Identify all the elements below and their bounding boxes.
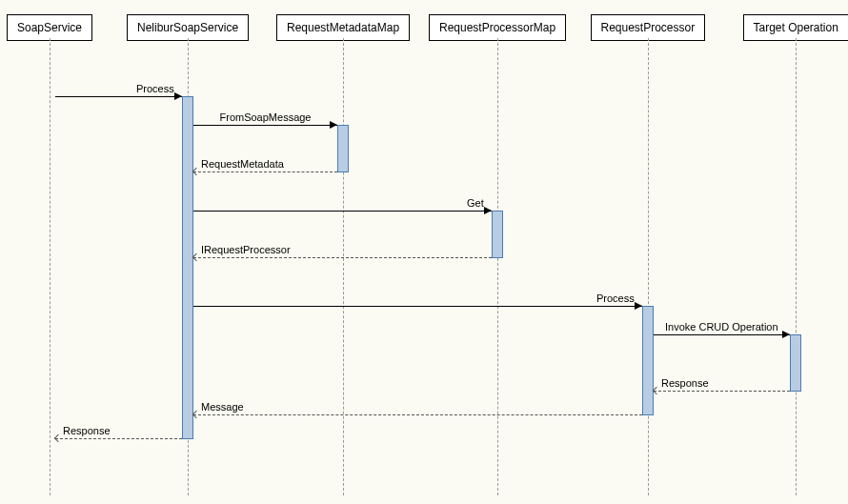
message-label-3: Get xyxy=(467,197,484,209)
participant-p1: NeliburSoapService xyxy=(127,14,249,41)
message-arrowhead-2 xyxy=(192,168,200,175)
message-arrowhead-1 xyxy=(330,121,337,129)
message-line-6 xyxy=(654,334,790,335)
activation-p1-0 xyxy=(182,96,193,439)
message-arrowhead-7 xyxy=(653,387,660,394)
activation-p2-1 xyxy=(337,125,349,172)
lifeline-p0 xyxy=(50,38,50,495)
message-line-7 xyxy=(654,391,790,392)
message-label-0: Process xyxy=(136,83,174,94)
message-line-0 xyxy=(55,96,182,97)
message-label-5: Process xyxy=(596,292,635,304)
message-line-5 xyxy=(193,306,642,307)
message-line-2 xyxy=(193,171,337,172)
lifeline-p4 xyxy=(648,38,649,495)
message-line-4 xyxy=(193,257,492,258)
message-line-1 xyxy=(193,125,337,126)
message-label-4: IRequestProcessor xyxy=(201,244,291,255)
activation-p5-4 xyxy=(790,334,801,392)
message-arrowhead-9 xyxy=(54,434,62,442)
message-line-3 xyxy=(193,211,492,212)
participant-p3: RequestProcessorMap xyxy=(429,14,566,41)
message-arrowhead-6 xyxy=(782,331,790,338)
message-label-2: RequestMetadata xyxy=(201,158,284,170)
message-label-1: FromSoapMessage xyxy=(220,111,312,123)
participant-p2: RequestMetadataMap xyxy=(276,14,410,41)
message-arrowhead-4 xyxy=(192,253,200,261)
lifeline-p3 xyxy=(497,38,498,495)
message-label-9: Response xyxy=(63,425,111,436)
lifeline-p2 xyxy=(343,38,344,495)
message-label-6: Invoke CRUD Operation xyxy=(665,321,778,333)
message-line-8 xyxy=(193,414,642,415)
participant-p4: RequestProcessor xyxy=(591,14,706,41)
message-arrowhead-3 xyxy=(484,207,492,214)
participant-p0: SoapService xyxy=(7,14,92,41)
message-arrowhead-0 xyxy=(174,92,182,100)
message-label-7: Response xyxy=(661,377,709,389)
message-label-8: Message xyxy=(201,401,244,413)
message-arrowhead-5 xyxy=(635,302,642,310)
lifeline-p5 xyxy=(796,38,797,495)
activation-p4-3 xyxy=(642,306,654,415)
message-arrowhead-8 xyxy=(192,411,200,418)
activation-p3-2 xyxy=(492,211,503,258)
participant-p5: Target Operation xyxy=(743,14,849,41)
message-line-9 xyxy=(55,438,182,439)
